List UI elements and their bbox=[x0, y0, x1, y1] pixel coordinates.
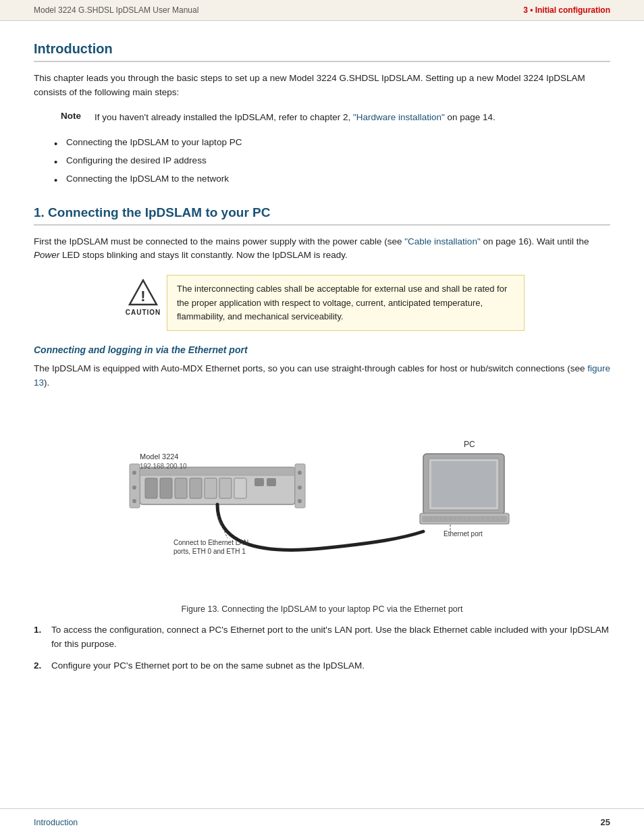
diagram-svg: Model 3224 192.168.200.10 Connect to Eth… bbox=[119, 407, 525, 596]
intro-title: Introduction bbox=[34, 41, 610, 62]
section1-para1: First the IpDSLAM must be connected to t… bbox=[34, 235, 610, 263]
svg-rect-4 bbox=[145, 478, 157, 498]
svg-rect-9 bbox=[219, 478, 232, 498]
header-left: Model 3224 G.SHDSL IpDSLAM User Manual bbox=[34, 5, 198, 15]
caution-triangle-icon: ! bbox=[128, 279, 158, 306]
svg-rect-10 bbox=[234, 478, 246, 498]
footer: Introduction 25 bbox=[0, 808, 644, 834]
header-right-prefix: 3 • bbox=[523, 5, 535, 15]
svg-rect-12 bbox=[267, 478, 276, 486]
cable-install-link[interactable]: "Cable installation" bbox=[404, 236, 480, 246]
header-bar: Model 3224 G.SHDSL IpDSLAM User Manual 3… bbox=[0, 0, 644, 21]
page: Model 3224 G.SHDSL IpDSLAM User Manual 3… bbox=[0, 0, 644, 834]
para1-end: LED stops blinking and stays lit constan… bbox=[59, 250, 347, 260]
list-item: Configuring the desired IP address bbox=[54, 154, 610, 168]
footer-right: 25 bbox=[601, 817, 610, 827]
svg-point-19 bbox=[298, 486, 302, 490]
svg-rect-6 bbox=[175, 478, 187, 498]
svg-text:Model 3224: Model 3224 bbox=[140, 452, 179, 461]
introduction-section: Introduction This chapter leads you thro… bbox=[34, 41, 610, 186]
header-right: 3 • Initial configuration bbox=[523, 5, 610, 15]
step-number: 1. bbox=[34, 623, 51, 637]
svg-text:Ethernet port: Ethernet port bbox=[444, 530, 483, 538]
svg-point-17 bbox=[132, 499, 136, 503]
note-block: Note If you haven't already installed th… bbox=[61, 111, 610, 125]
note-text: If you haven't already installed the IpD… bbox=[95, 111, 495, 125]
caution-label: CAUTION bbox=[126, 309, 161, 316]
list-item: 2. Configure your PC's Ethernet port to … bbox=[34, 659, 610, 673]
svg-point-15 bbox=[132, 471, 136, 475]
svg-rect-28 bbox=[431, 461, 496, 507]
main-content: Introduction This chapter leads you thro… bbox=[0, 21, 644, 710]
note-label: Note bbox=[61, 111, 88, 121]
svg-text:PC: PC bbox=[464, 440, 475, 449]
step-text: To access the configuration, connect a P… bbox=[51, 623, 610, 652]
step-text: Configure your PC's Ethernet port to be … bbox=[51, 659, 365, 673]
sub-para-end: ). bbox=[44, 377, 49, 388]
step-number: 2. bbox=[34, 659, 51, 673]
footer-left: Introduction bbox=[34, 818, 78, 827]
svg-text:192.168.200.10: 192.168.200.10 bbox=[140, 463, 187, 470]
note-link[interactable]: "Hardware installation" bbox=[353, 112, 445, 122]
caution-block: ! CAUTION The interconnecting cables sha… bbox=[119, 275, 525, 330]
subsection-title: Connecting and logging in via the Ethern… bbox=[34, 344, 610, 355]
sub-para-before: The IpDSLAM is equipped with Auto-MDX Et… bbox=[34, 363, 587, 373]
svg-text:ports, ETH 0 and ETH 1: ports, ETH 0 and ETH 1 bbox=[173, 548, 246, 555]
figure-area: Model 3224 192.168.200.10 Connect to Eth… bbox=[92, 407, 552, 614]
svg-rect-8 bbox=[205, 478, 217, 498]
header-right-section: Initial configuration bbox=[535, 5, 610, 15]
intro-para1: This chapter leads you through the basic… bbox=[34, 72, 610, 100]
svg-text:Connect to Ethernet LAN: Connect to Ethernet LAN bbox=[173, 539, 248, 546]
bullet-list: Connecting the IpDSLAM to your laptop PC… bbox=[54, 136, 610, 186]
caution-text: The interconnecting cables shall be acce… bbox=[167, 275, 525, 330]
para1-italic: Power bbox=[34, 250, 59, 260]
svg-rect-7 bbox=[190, 478, 202, 498]
caution-icon-area: ! CAUTION bbox=[119, 275, 167, 316]
sub-para: The IpDSLAM is equipped with Auto-MDX Et… bbox=[34, 362, 610, 390]
svg-point-20 bbox=[298, 499, 302, 503]
figure-caption: Figure 13. Connecting the IpDSLAM to you… bbox=[92, 604, 552, 614]
svg-point-16 bbox=[132, 486, 136, 490]
section1: 1. Connecting the IpDSLAM to your PC Fir… bbox=[34, 205, 610, 674]
list-item: 1. To access the configuration, connect … bbox=[34, 623, 610, 652]
note-text-before: If you haven't already installed the IpD… bbox=[95, 112, 353, 122]
para1-before: First the IpDSLAM must be connected to t… bbox=[34, 236, 404, 246]
para1-after: on page 16). Wait until the bbox=[481, 236, 589, 246]
note-text-after: on page 14. bbox=[445, 112, 495, 122]
numbered-list: 1. To access the configuration, connect … bbox=[34, 623, 610, 674]
svg-point-18 bbox=[298, 471, 302, 475]
list-item: Connecting the IpDSLAM to your laptop PC bbox=[54, 136, 610, 150]
svg-text:!: ! bbox=[140, 288, 145, 305]
list-item: Connecting the IpDSLAM to the network bbox=[54, 172, 610, 186]
section1-title: 1. Connecting the IpDSLAM to your PC bbox=[34, 205, 610, 226]
svg-rect-11 bbox=[254, 478, 264, 486]
svg-rect-5 bbox=[160, 478, 172, 498]
